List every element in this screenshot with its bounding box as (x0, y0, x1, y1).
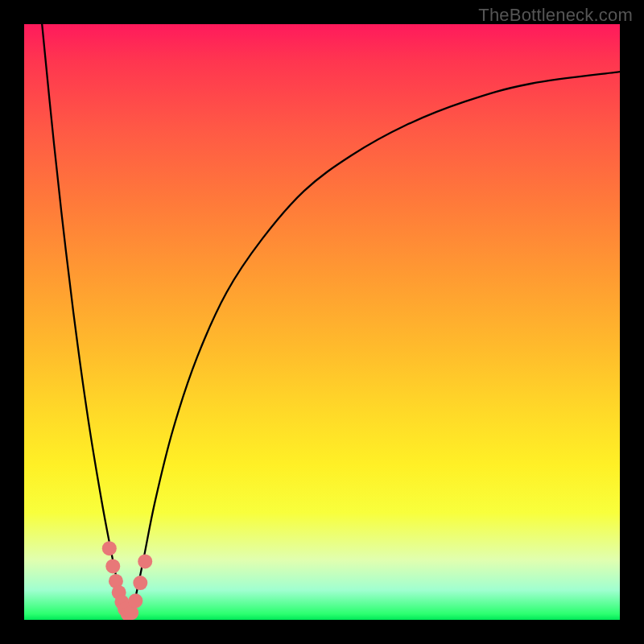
fit-marker (102, 541, 117, 555)
plot-area (24, 24, 620, 620)
fit-marker (138, 554, 152, 568)
fit-marker (105, 559, 120, 573)
right-branch-curve (129, 72, 621, 620)
fit-marker (128, 593, 142, 608)
bottleneck-curve (24, 24, 620, 620)
watermark-text: TheBottleneck.com (478, 5, 633, 26)
left-branch-curve (42, 24, 128, 620)
chart-frame: TheBottleneck.com (0, 0, 644, 644)
fit-marker (133, 576, 147, 590)
